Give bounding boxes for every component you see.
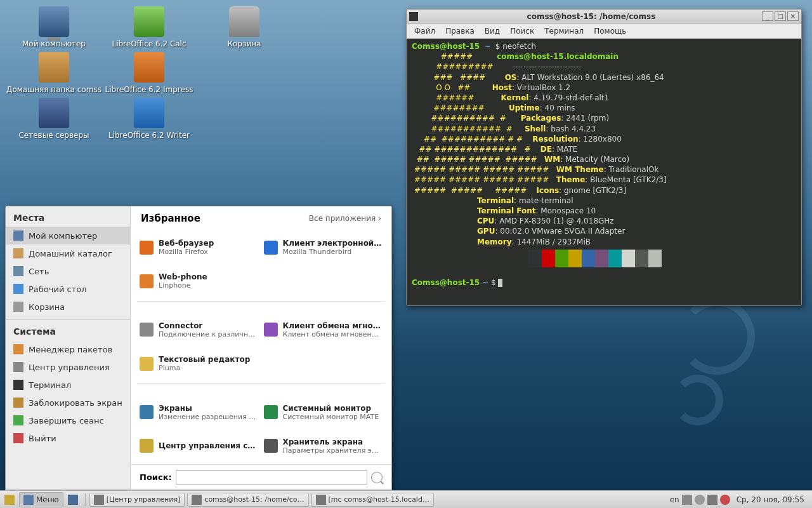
- terminal-titlebar[interactable]: comss@host-15: /home/comss _ □ ×: [407, 10, 801, 23]
- desktop-icon-my-computer[interactable]: Мой компьютер: [6, 6, 102, 48]
- task-icon: [316, 495, 326, 505]
- app-subtitle: Linphone: [159, 281, 207, 290]
- desktop-icon-home[interactable]: Домашняя папка comss: [6, 52, 102, 94]
- sys-lock[interactable]: Заблокировать экран: [6, 394, 130, 411]
- app-item[interactable]: Центр управления сист…: [137, 429, 261, 463]
- show-desktop-button[interactable]: [63, 492, 82, 507]
- app-icon: [140, 241, 154, 255]
- app-icon: [264, 241, 278, 255]
- terminal-menu-item[interactable]: Файл: [410, 25, 439, 37]
- app-title: Системный монитор: [283, 404, 379, 413]
- search-label: Поиск:: [140, 472, 172, 482]
- terminal-title: comss@host-15: /home/comss: [422, 12, 761, 21]
- logout-icon: [13, 415, 23, 425]
- app-item[interactable]: Текстовый редакторPluma: [137, 347, 261, 380]
- all-apps-link[interactable]: Все приложения›: [309, 214, 381, 223]
- sys-packages[interactable]: Менеджер пакетов: [6, 340, 130, 358]
- app-title: Экраны: [159, 404, 256, 413]
- sys-logout[interactable]: Завершить сеанс: [6, 411, 130, 429]
- app-title: Connector: [159, 321, 259, 330]
- package-icon: [13, 344, 23, 354]
- terminal-menu-item[interactable]: Терминал: [540, 25, 587, 37]
- maximize-button[interactable]: □: [775, 11, 786, 21]
- start-menu: Места Мой компьютер Домашний каталог Сет…: [5, 206, 392, 490]
- place-desktop[interactable]: Рабочий стол: [6, 280, 130, 298]
- place-home[interactable]: Домашний каталог: [6, 244, 130, 262]
- app-item[interactable]: ConnectorПодключение к различны…: [137, 313, 261, 347]
- menu-button[interactable]: Меню: [19, 492, 63, 507]
- terminal-menu-item[interactable]: Вид: [481, 25, 504, 37]
- power-tray-icon[interactable]: [720, 495, 730, 505]
- desktop-icon-impress[interactable]: LibreOffice 6.2 Impress: [102, 52, 197, 94]
- app-title: Центр управления сист…: [159, 441, 259, 450]
- minimize-button[interactable]: _: [762, 11, 773, 21]
- place-network[interactable]: Сеть: [6, 262, 130, 280]
- app-title: Web-phone: [159, 272, 207, 281]
- app-icon: [264, 323, 278, 337]
- app-subtitle: Клиент обмена мгновенн…: [283, 330, 383, 338]
- computer-icon: [13, 231, 23, 241]
- show-desktop-icon: [68, 495, 78, 505]
- desktop: Мой компьютер LibreOffice 6.2 Calc Корзи…: [6, 6, 292, 144]
- taskbar-task[interactable]: [Центр управления]: [89, 493, 185, 507]
- app-item[interactable]: Клиент электронной по…Mozilla Thunderbir…: [261, 231, 386, 264]
- desktop-icon-writer[interactable]: LibreOffice 6.2 Writer: [102, 98, 197, 140]
- sys-control-center[interactable]: Центр управления: [6, 358, 130, 376]
- terminal-icon: [13, 380, 23, 390]
- app-item[interactable]: Web-phoneLinphone: [137, 264, 261, 298]
- app-subtitle: Mozilla Thunderbird: [283, 248, 383, 256]
- app-icon: [264, 439, 278, 453]
- app-subtitle: Изменение разрешения …: [159, 413, 256, 421]
- terminal-menu-item[interactable]: Правка: [442, 25, 478, 37]
- clock[interactable]: Ср, 20 ноя, 09:55: [733, 495, 808, 504]
- search-bar: Поиск:: [131, 464, 391, 490]
- places-header: Места: [6, 206, 130, 227]
- alt-icon: [4, 495, 15, 505]
- alt-logo[interactable]: [0, 492, 19, 507]
- desktop-icon-network[interactable]: Сетевые серверы: [6, 98, 102, 140]
- taskbar-task[interactable]: [mc comss@host-15.locald…: [311, 493, 434, 507]
- app-subtitle: Параметры хранителя экр…: [283, 446, 383, 455]
- app-icon: [264, 405, 278, 419]
- sys-terminal[interactable]: Терминал: [6, 376, 130, 394]
- taskbar: Меню [Центр управления]comss@host-15: /h…: [0, 490, 812, 508]
- exit-icon: [13, 433, 23, 443]
- lock-icon: [13, 398, 23, 408]
- tray-icon[interactable]: [707, 495, 717, 505]
- app-item[interactable]: Системный мониторСистемный монитор MATE: [261, 396, 386, 429]
- trash-icon: [13, 302, 23, 312]
- system-tray: en Ср, 20 ноя, 09:55: [666, 495, 812, 505]
- sys-exit[interactable]: Выйти: [6, 429, 130, 447]
- app-item[interactable]: Веб-браузерMozilla Firefox: [137, 231, 261, 264]
- terminal-body[interactable]: Comss@host-15 ~ $ neofetch ##### comss@h…: [407, 39, 801, 305]
- terminal-menu-item[interactable]: Поиск: [506, 25, 538, 37]
- app-item[interactable]: ЭкраныИзменение разрешения …: [137, 396, 261, 429]
- place-my-computer[interactable]: Мой компьютер: [6, 227, 130, 244]
- search-icon[interactable]: [371, 472, 383, 483]
- desktop-icon-trash[interactable]: Корзина: [197, 6, 292, 48]
- app-title: Хранитель экрана: [283, 438, 383, 446]
- app-item[interactable]: Клиент обмена мгновен…Клиент обмена мгно…: [261, 313, 386, 347]
- app-icon: [140, 274, 154, 288]
- network-icon: [13, 266, 23, 276]
- volume-tray-icon[interactable]: [695, 495, 705, 505]
- taskbar-task[interactable]: comss@host-15: /home/co…: [187, 493, 308, 507]
- app-item[interactable]: Хранитель экранаПараметры хранителя экр…: [261, 429, 386, 463]
- desktop-icon-calc[interactable]: LibreOffice 6.2 Calc: [102, 6, 197, 48]
- app-title: Клиент обмена мгновен…: [283, 321, 383, 330]
- lang-indicator[interactable]: en: [670, 495, 679, 504]
- menu-sidebar: Места Мой компьютер Домашний каталог Сет…: [6, 206, 131, 490]
- menu-main: Избранное Все приложения› Веб-браузерMoz…: [131, 206, 391, 490]
- terminal-app-icon: [409, 12, 418, 21]
- terminal-menu-item[interactable]: Помощь: [590, 25, 630, 37]
- close-button[interactable]: ×: [787, 11, 799, 21]
- chevron-right-icon: ›: [378, 214, 381, 223]
- app-title: Веб-браузер: [159, 239, 214, 248]
- app-icon: [140, 357, 154, 371]
- network-tray-icon[interactable]: [682, 495, 692, 505]
- place-trash[interactable]: Корзина: [6, 298, 130, 316]
- app-title: Клиент электронной по…: [283, 239, 383, 248]
- color-palette: [528, 250, 796, 267]
- search-input[interactable]: [176, 470, 367, 485]
- folder-icon: [13, 248, 23, 258]
